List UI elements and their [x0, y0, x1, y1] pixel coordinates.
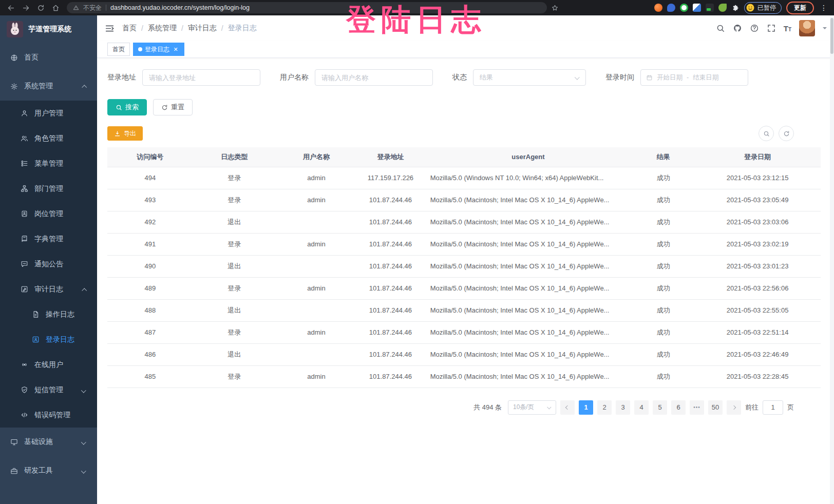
sidebar-item-online-users[interactable]: 在线用户 [0, 352, 97, 377]
sidebar-item-dev-tools[interactable]: 研发工具 [0, 456, 97, 485]
table-cell: 登录 [193, 189, 276, 211]
breadcrumb-current: 登录日志 [228, 24, 257, 33]
table-cell: 117.159.17.226 [357, 167, 424, 189]
extension-dark-on-icon[interactable] [706, 4, 714, 12]
login-address-input[interactable] [142, 69, 260, 86]
sidebar-item-label: 部门管理 [34, 184, 63, 193]
prev-page-button[interactable] [560, 400, 575, 415]
page-button-50[interactable]: 50 [708, 400, 723, 415]
sidebar-item-notice[interactable]: 通知公告 [0, 251, 97, 277]
page-button-1[interactable]: 1 [579, 400, 593, 415]
browser-forward-button[interactable] [19, 2, 33, 14]
scrollbar-thumb[interactable] [830, 18, 833, 54]
sidebar-item-sms-mgmt[interactable]: 短信管理 [0, 377, 97, 402]
table-cell: 101.87.244.46 [357, 211, 424, 233]
table-cell: 登录 [193, 321, 276, 343]
chevron-down-icon [82, 467, 86, 475]
page-button-6[interactable]: 6 [671, 400, 686, 415]
browser-reload-button[interactable] [34, 2, 48, 14]
url-divider [106, 5, 106, 11]
header-search-button[interactable] [716, 24, 725, 33]
address-bar[interactable]: 不安全 dashboard.yudao.iocoder.cn/system/lo… [67, 2, 547, 13]
export-button[interactable]: 导出 [107, 126, 143, 141]
github-icon [733, 24, 742, 33]
toggle-search-button[interactable] [759, 126, 774, 141]
filter-status: 状态 结果 [452, 69, 586, 86]
github-link-button[interactable] [733, 24, 742, 33]
breadcrumb-audit-log[interactable]: 审计日志 [188, 24, 217, 33]
sidebar-item-role-mgmt[interactable]: 角色管理 [0, 126, 97, 151]
breadcrumb: 首页 / 系统管理 / 审计日志 / 登录日志 [122, 24, 257, 33]
browser-home-button[interactable] [49, 2, 63, 14]
browser-menu-icon[interactable]: ⋮ [819, 4, 829, 12]
goto-page-input[interactable] [763, 400, 783, 415]
page-size-select[interactable]: 10条/页 [508, 400, 556, 415]
bookmark-star-button[interactable] [548, 2, 562, 14]
extension-blue-drop-icon[interactable] [667, 4, 675, 12]
sidebar-toggle-button[interactable] [105, 24, 115, 33]
browser-update-button[interactable]: 更新 [786, 2, 814, 14]
table-cell: admin [276, 167, 357, 189]
sidebar-item-dept-mgmt[interactable]: 部门管理 [0, 176, 97, 201]
profile-paused-badge[interactable]: 已暂停 [744, 2, 782, 14]
page-button-3[interactable]: 3 [616, 400, 630, 415]
table-cell: Mozilla/5.0 (Macintosh; Intel Mac OS X 1… [424, 365, 633, 387]
table-cell: 成功 [632, 299, 694, 321]
reset-button[interactable]: 重置 [153, 99, 193, 115]
sidebar-item-user-mgmt[interactable]: 用户管理 [0, 101, 97, 126]
page-button-5[interactable]: 5 [653, 400, 667, 415]
user-avatar[interactable] [799, 20, 815, 36]
extension-leaf-icon[interactable] [718, 4, 727, 12]
tag-login-log[interactable]: 登录日志 ✕ [133, 43, 184, 56]
font-size-button[interactable]: TT [784, 25, 791, 32]
extension-green-icon[interactable] [680, 4, 688, 12]
sidebar-item-infrastructure[interactable]: 基础设施 [0, 428, 97, 456]
table-cell: 成功 [632, 189, 694, 211]
login-time-label: 登录时间 [605, 73, 634, 82]
sidebar-item-menu-mgmt[interactable]: 菜单管理 [0, 151, 97, 176]
app-logo-row[interactable]: 芋道管理系统 [0, 15, 97, 43]
close-tag-icon[interactable]: ✕ [172, 46, 179, 53]
sidebar-item-login-log[interactable]: 登录日志 [0, 327, 97, 352]
more-pages-button[interactable]: ••• [690, 400, 704, 415]
table-cell [276, 255, 357, 277]
username-input[interactable] [315, 69, 433, 86]
table-cell: 2021-05-03 22:28:45 [694, 365, 821, 387]
home-icon [52, 4, 60, 12]
sidebar-item-label: 菜单管理 [34, 159, 63, 168]
table-cell: 101.87.244.46 [357, 365, 424, 387]
sidebar-item-operate-log[interactable]: 操作日志 [0, 302, 97, 327]
login-time-range-picker[interactable]: 开始日期 - 结束日期 [640, 69, 748, 86]
extension-blue-white-icon[interactable] [693, 4, 701, 12]
main-panel: 首页 / 系统管理 / 审计日志 / 登录日志 [97, 15, 834, 504]
code-icon [21, 411, 28, 419]
hamburger-icon [105, 24, 115, 33]
search-button[interactable]: 搜索 [107, 99, 147, 115]
extension-orange-icon[interactable] [654, 4, 662, 12]
page-button-4[interactable]: 4 [634, 400, 649, 415]
extensions-puzzle-icon[interactable] [731, 4, 740, 12]
table-cell: 登录 [193, 167, 276, 189]
sidebar-item-home[interactable]: 首页 [0, 43, 97, 72]
fullscreen-icon [767, 24, 776, 33]
table-cell: 成功 [632, 233, 694, 255]
help-docs-button[interactable] [750, 24, 759, 33]
breadcrumb-system[interactable]: 系统管理 [148, 24, 177, 33]
sidebar-item-system-mgmt[interactable]: 系统管理 [0, 72, 97, 101]
status-select[interactable]: 结果 [473, 69, 586, 86]
browser-back-button[interactable] [4, 2, 18, 14]
sidebar-item-dict-mgmt[interactable]: 字典管理 [0, 226, 97, 251]
sidebar-item-error-code-mgmt[interactable]: 错误码管理 [0, 402, 97, 428]
fullscreen-button[interactable] [767, 24, 776, 33]
tag-home[interactable]: 首页 [107, 43, 130, 56]
breadcrumb-home[interactable]: 首页 [122, 24, 137, 33]
sidebar-item-label: 错误码管理 [34, 411, 70, 420]
page-button-2[interactable]: 2 [597, 400, 612, 415]
sidebar-item-audit-log[interactable]: 审计日志 [0, 277, 97, 302]
sidebar-item-post-mgmt[interactable]: 岗位管理 [0, 201, 97, 226]
next-page-button[interactable] [727, 400, 741, 415]
search-icon [763, 130, 770, 137]
forward-arrow-icon [22, 4, 30, 12]
refresh-table-button[interactable] [779, 126, 794, 141]
table-cell: 2021-05-03 22:55:05 [694, 299, 821, 321]
